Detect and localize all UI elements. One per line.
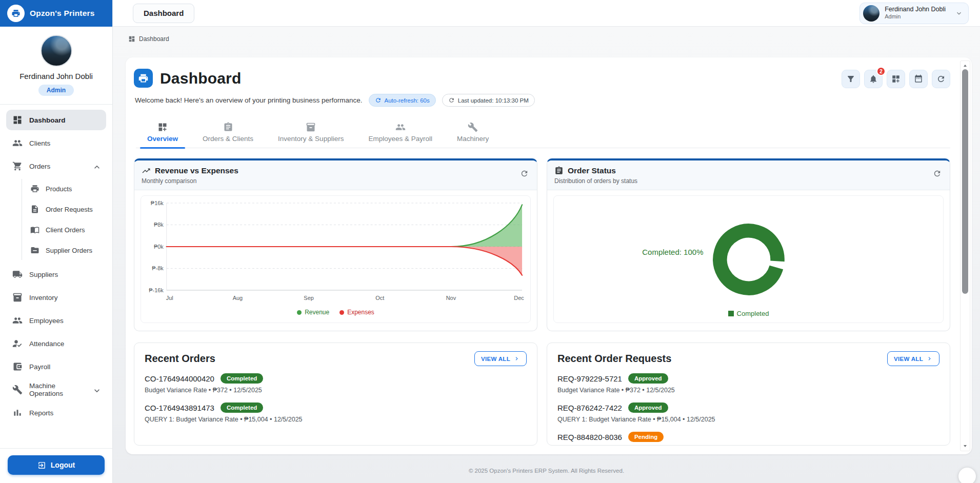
status-badge: Approved xyxy=(628,373,668,384)
item-id: REQ-979229-5721 xyxy=(557,374,622,383)
notification-count-badge: 2 xyxy=(876,67,886,76)
logout-icon xyxy=(37,461,46,470)
sidebar-item-label: Reports xyxy=(29,409,100,417)
vertical-scrollbar[interactable] xyxy=(960,61,970,451)
archive-icon xyxy=(12,292,23,303)
person-check-icon xyxy=(12,338,23,349)
svg-text:₱8k: ₱8k xyxy=(154,222,164,228)
refresh-button[interactable] xyxy=(932,70,950,88)
sidebar-item-label: Products xyxy=(46,185,72,193)
sidebar-item-order-requests[interactable]: Order Requests xyxy=(26,199,106,219)
sidebar-item-suppliers[interactable]: Suppliers xyxy=(6,264,106,285)
sidebar-item-dashboard[interactable]: Dashboard xyxy=(6,110,106,130)
requests-list: REQ-979229-5721 Approved Budget Variance… xyxy=(557,373,939,442)
printer-icon xyxy=(30,184,39,193)
dashboard-icon xyxy=(12,115,23,125)
sidebar-menu: DashboardClientsOrdersProductsOrder Requ… xyxy=(0,105,112,448)
sidebar-item-label: Suppliers xyxy=(29,271,100,278)
legend-label: Expenses xyxy=(347,309,374,316)
tab-employees-payroll[interactable]: Employees & Payroll xyxy=(357,119,444,148)
page-header: Dashboard Welcome back! Here's an overvi… xyxy=(134,69,950,107)
scrollbar-thumb[interactable] xyxy=(962,69,968,294)
view-all-orders-button[interactable]: VIEW ALL xyxy=(474,351,527,366)
refresh-chart-button[interactable] xyxy=(517,167,531,180)
breadcrumb-label: Dashboard xyxy=(139,35,169,43)
last-updated-label: Last updated: 10:13:30 PM xyxy=(458,97,529,104)
calendar-button[interactable] xyxy=(909,70,928,88)
sidebar-item-supplier-orders[interactable]: Supplier Orders xyxy=(26,240,106,260)
tab-label: Overview xyxy=(147,135,178,143)
card-subtitle: Distribution of orders by status xyxy=(554,177,943,185)
tab-overview[interactable]: Overview xyxy=(136,119,189,148)
truck-icon xyxy=(12,269,23,279)
sidebar-item-employees[interactable]: Employees xyxy=(6,310,106,331)
sidebar-item-attendance[interactable]: Attendance xyxy=(6,333,106,354)
refresh-icon xyxy=(520,169,529,178)
svg-text:₱16k: ₱16k xyxy=(151,200,164,206)
list-item[interactable]: REQ-884820-8036 Pending xyxy=(557,432,939,442)
chevron-right-icon xyxy=(926,355,933,362)
people-icon xyxy=(395,122,406,132)
sidebar-item-label: Machine Operations xyxy=(29,382,85,397)
floating-button[interactable] xyxy=(958,468,976,483)
filter-button[interactable] xyxy=(842,70,860,88)
scroll-up-arrow[interactable] xyxy=(961,63,970,69)
scroll-down-arrow[interactable] xyxy=(961,443,970,449)
status-badge: Pending xyxy=(628,432,664,442)
sidebar-item-reports[interactable]: Reports xyxy=(6,402,106,423)
item-id: REQ-876242-7422 xyxy=(557,404,622,412)
tab-machinery[interactable]: Machinery xyxy=(446,119,500,148)
recent-requests-card: Recent Order Requests VIEW ALL REQ-97922… xyxy=(547,343,950,446)
profile-name: Ferdinand John Dobli xyxy=(5,72,107,80)
page-title-icon xyxy=(134,69,153,88)
legend-dot xyxy=(297,310,302,315)
folder-icon xyxy=(30,246,39,255)
avatar xyxy=(863,5,879,22)
chart-body: Completed: 100% Completed xyxy=(547,190,950,329)
clipboard-icon xyxy=(554,166,564,175)
list-item[interactable]: CO-1764943891473 Completed QUERY 1: Budg… xyxy=(145,402,527,423)
legend-label: Revenue xyxy=(305,309,329,316)
brand-name: Opzon's Printers xyxy=(30,9,95,18)
tab-orders-clients[interactable]: Orders & Clients xyxy=(191,119,265,148)
sidebar-item-orders[interactable]: Orders xyxy=(6,156,106,176)
cart-icon xyxy=(12,161,23,171)
chevron-right-icon xyxy=(513,355,520,362)
svg-text:₱-8k: ₱-8k xyxy=(152,265,164,271)
svg-text:Jul: Jul xyxy=(166,295,173,301)
sidebar-item-clients[interactable]: Clients xyxy=(6,133,106,153)
list-item[interactable]: CO-1764944000420 Completed Budget Varian… xyxy=(145,373,527,394)
sidebar-header: Opzon's Printers xyxy=(0,0,112,27)
user-name: Ferdinand John Dobli xyxy=(885,6,946,14)
sidebar-item-inventory[interactable]: Inventory xyxy=(6,287,106,308)
revenue-expenses-card: Revenue vs Expenses Monthly comparison ₱… xyxy=(134,158,537,331)
clipboard-icon xyxy=(223,122,233,132)
sidebar-item-machine-operations[interactable]: Machine Operations xyxy=(6,379,106,400)
list-item[interactable]: REQ-979229-5721 Approved Budget Variance… xyxy=(557,373,939,394)
tab-label: Machinery xyxy=(457,135,489,143)
chart-body: ₱16k₱8k₱0k₱-8k₱-16kJulAugSepOctNovDec Re… xyxy=(134,190,537,329)
refresh-chart-button[interactable] xyxy=(930,167,944,180)
tab-inventory-suppliers[interactable]: Inventory & Suppliers xyxy=(267,119,355,148)
view-all-requests-button[interactable]: VIEW ALL xyxy=(887,351,939,366)
triangle-up-icon xyxy=(962,63,968,69)
list-item[interactable]: REQ-876242-7422 Approved QUERY 1: Budget… xyxy=(557,402,939,423)
user-menu[interactable]: Ferdinand John Dobli Admin xyxy=(859,3,969,24)
svg-text:Oct: Oct xyxy=(375,295,384,301)
logout-button[interactable]: Logout xyxy=(8,455,105,475)
item-id: CO-1764943891473 xyxy=(145,404,214,412)
item-id: REQ-884820-8036 xyxy=(557,433,622,441)
breadcrumb[interactable]: Dashboard xyxy=(113,27,980,43)
widgets-button[interactable] xyxy=(887,70,905,88)
donut-wrap xyxy=(554,196,943,323)
card-subtitle: Monthly comparison xyxy=(142,177,530,185)
sidebar-item-payroll[interactable]: Payroll xyxy=(6,356,106,377)
profile-section: Ferdinand John Dobli Admin xyxy=(0,27,112,105)
status-badge: Approved xyxy=(628,402,668,413)
auto-refresh-badge[interactable]: Auto-refresh: 60s xyxy=(369,94,436,107)
view-all-label: VIEW ALL xyxy=(481,356,510,362)
sidebar-item-client-orders[interactable]: Client Orders xyxy=(26,220,106,239)
sidebar-item-products[interactable]: Products xyxy=(26,179,106,198)
topbar-tab-dashboard[interactable]: Dashboard xyxy=(133,4,194,23)
notifications-button[interactable]: 2 xyxy=(864,70,883,88)
